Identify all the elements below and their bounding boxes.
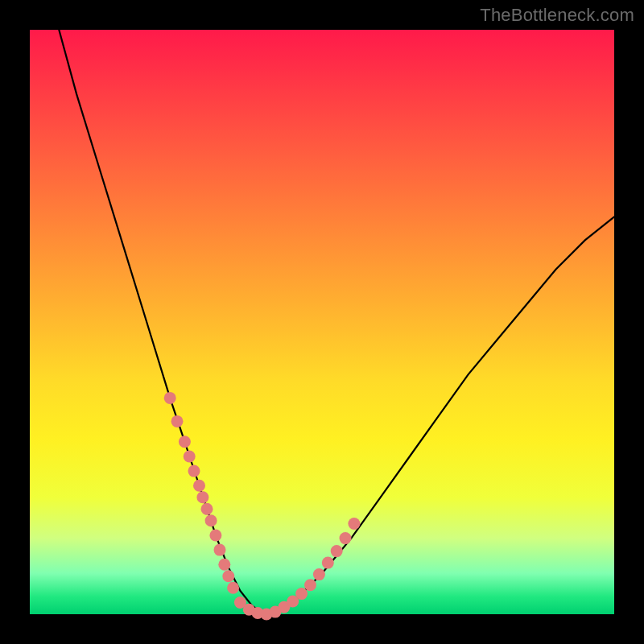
data-dot bbox=[193, 480, 205, 492]
data-dot bbox=[227, 582, 239, 594]
data-dot bbox=[164, 392, 176, 404]
data-dot bbox=[348, 518, 360, 530]
plot-area bbox=[30, 30, 614, 614]
chart-frame: TheBottleneck.com bbox=[0, 0, 644, 644]
data-dot bbox=[196, 491, 208, 503]
curve-layer bbox=[30, 30, 614, 614]
data-dot bbox=[179, 436, 191, 448]
data-dot bbox=[295, 588, 308, 600]
dot-cluster bbox=[164, 392, 361, 621]
data-dot bbox=[222, 570, 234, 582]
data-dot bbox=[218, 559, 230, 571]
data-dot bbox=[209, 530, 221, 542]
data-dot bbox=[322, 557, 334, 569]
data-dot bbox=[313, 568, 325, 580]
data-dot bbox=[201, 503, 213, 515]
data-dot bbox=[340, 532, 352, 544]
watermark-label: TheBottleneck.com bbox=[480, 5, 634, 26]
data-dot bbox=[184, 451, 196, 463]
data-dot bbox=[171, 415, 184, 427]
data-dot bbox=[331, 545, 343, 557]
data-dot bbox=[205, 514, 217, 526]
data-dot bbox=[188, 465, 200, 477]
data-dot bbox=[304, 579, 316, 591]
bottleneck-curve bbox=[59, 30, 614, 614]
data-dot bbox=[214, 544, 226, 556]
